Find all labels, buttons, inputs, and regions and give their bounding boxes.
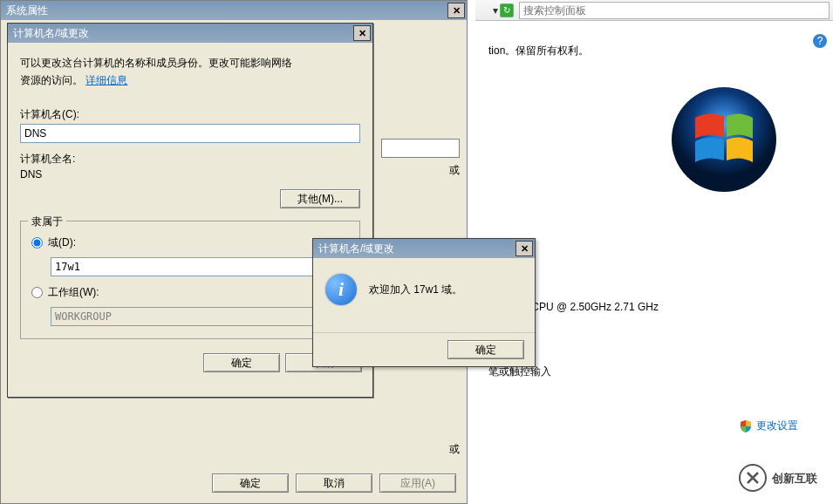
system-properties-titlebar[interactable]: 系统属性 ✕ <box>1 1 467 20</box>
domain-radio[interactable] <box>31 237 43 249</box>
info-icon: i <box>325 274 357 305</box>
windows-logo <box>667 83 781 196</box>
workgroup-radio[interactable] <box>31 287 43 298</box>
close-icon[interactable]: ✕ <box>447 3 465 18</box>
rights-text-fragment: tion。保留所有权利。 <box>488 44 824 58</box>
system-properties-title: 系统属性 <box>6 3 48 18</box>
history-dropdown-icon[interactable]: ▾ <box>493 4 498 17</box>
brand-watermark: 创新互联 <box>737 460 824 495</box>
welcome-ok-button[interactable]: 确定 <box>447 340 524 359</box>
domain-ok-button[interactable]: 确定 <box>203 353 280 372</box>
full-name-value: DNS <box>20 168 360 180</box>
computer-name-input[interactable] <box>20 124 360 143</box>
svg-text:创新互联: 创新互联 <box>771 472 818 485</box>
partial-input-behind[interactable] <box>381 139 460 158</box>
refresh-icon[interactable]: ↻ <box>500 3 514 17</box>
change-settings-link[interactable]: 更改设置 <box>739 419 798 433</box>
sysprops-ok-button[interactable]: 确定 <box>212 473 289 493</box>
workgroup-radio-row: 工作组(W): <box>31 285 349 300</box>
close-icon[interactable]: ✕ <box>353 25 371 41</box>
welcome-message-text: 欢迎加入 17w1 域。 <box>369 283 462 297</box>
member-of-group: 隶属于 域(D): 工作组(W): <box>20 221 360 339</box>
member-of-legend: 隶属于 <box>28 215 66 229</box>
domain-description-line2: 资源的访问。 详细信息 <box>20 72 360 88</box>
domain-description-line1: 可以更改这台计算机的名称和成员身份。更改可能影响网络 <box>20 55 360 71</box>
search-input[interactable] <box>519 2 830 19</box>
sysprops-apply-button[interactable]: 应用(A) <box>379 473 456 493</box>
welcome-message-dialog: 计算机名/域更改 ✕ i 欢迎加入 17w1 域。 确定 <box>312 238 536 367</box>
computer-name-label: 计算机名(C): <box>20 107 360 122</box>
sysprops-cancel-button[interactable]: 取消 <box>296 473 372 493</box>
close-icon[interactable]: ✕ <box>516 241 533 256</box>
desc-prefix: 资源的访问。 <box>20 74 83 86</box>
address-search-bar: ▾ ↻ <box>475 0 833 21</box>
domain-change-titlebar[interactable]: 计算机名/域更改 ✕ <box>8 24 372 43</box>
change-settings-label: 更改设置 <box>756 419 798 433</box>
workgroup-input <box>51 307 338 326</box>
domain-input[interactable] <box>51 257 338 276</box>
partial-text-behind-2: 或 <box>449 442 460 457</box>
domain-change-title: 计算机名/域更改 <box>13 26 89 41</box>
details-link[interactable]: 详细信息 <box>85 74 127 86</box>
partial-text-behind: 或 <box>449 163 460 178</box>
domain-radio-row: 域(D): <box>31 235 349 250</box>
other-button[interactable]: 其他(M)... <box>280 189 360 208</box>
full-name-label: 计算机全名: <box>20 152 360 167</box>
welcome-title: 计算机名/域更改 <box>318 242 394 256</box>
shield-icon <box>739 419 753 433</box>
domain-radio-label: 域(D): <box>48 235 76 250</box>
welcome-titlebar[interactable]: 计算机名/域更改 ✕ <box>313 239 535 258</box>
workgroup-radio-label: 工作组(W): <box>48 285 99 300</box>
